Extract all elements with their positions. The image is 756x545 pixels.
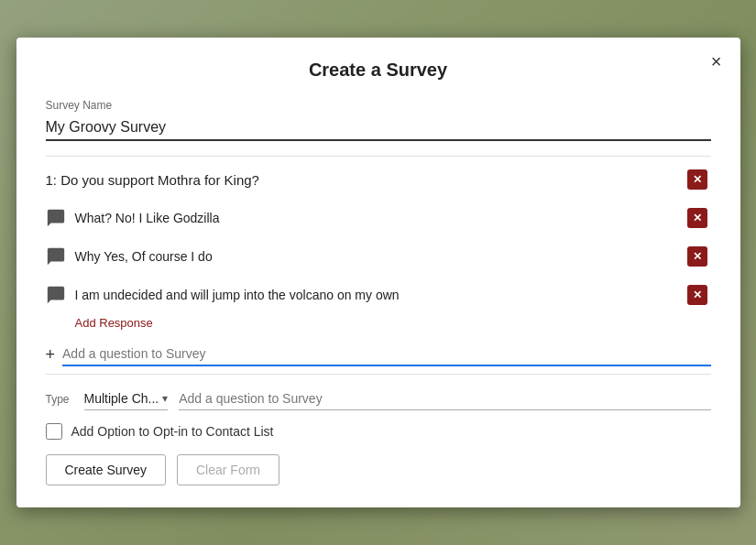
add-question-type-input[interactable] bbox=[179, 387, 710, 410]
clear-form-button[interactable]: Clear Form bbox=[177, 454, 279, 485]
type-label: Type bbox=[46, 393, 70, 406]
question-text-1: 1: Do you support Mothra for King? bbox=[46, 172, 259, 188]
opt-in-label: Add Option to Opt-in to Contact List bbox=[71, 424, 274, 439]
type-select-value: Multiple Ch... bbox=[84, 391, 159, 406]
delete-response-3-button[interactable]: ✕ bbox=[684, 281, 711, 309]
new-question-input[interactable] bbox=[62, 343, 710, 366]
add-response-button[interactable]: Add Response bbox=[75, 316, 153, 330]
survey-name-field: Survey Name bbox=[46, 99, 711, 141]
create-survey-modal: × Create a Survey Survey Name 1: Do you … bbox=[16, 38, 740, 507]
comment-icon-2 bbox=[46, 246, 66, 267]
delete-response-3-icon: ✕ bbox=[687, 285, 707, 305]
delete-response-1-button[interactable]: ✕ bbox=[684, 204, 711, 232]
type-select-wrapper[interactable]: Multiple Ch... ▾ bbox=[84, 387, 169, 410]
type-divider bbox=[46, 374, 711, 375]
name-divider bbox=[46, 156, 711, 157]
modal-title: Create a Survey bbox=[46, 60, 711, 81]
opt-in-row: Add Option to Opt-in to Contact List bbox=[46, 423, 711, 440]
response-row-2: Why Yes, Of course I do ✕ bbox=[46, 237, 711, 276]
comment-icon-1 bbox=[46, 208, 66, 228]
delete-question-1-button[interactable]: ✕ bbox=[684, 166, 711, 193]
type-row: Type Multiple Ch... ▾ bbox=[46, 384, 711, 410]
question-row-1: 1: Do you support Mothra for King? ✕ bbox=[46, 160, 711, 199]
response-text-3: I am undecided and will jump into the vo… bbox=[75, 288, 674, 302]
response-row-1: What? No! I Like Godzilla ✕ bbox=[46, 199, 711, 237]
opt-in-checkbox[interactable] bbox=[46, 423, 62, 440]
response-text-1: What? No! I Like Godzilla bbox=[75, 211, 674, 225]
survey-name-label: Survey Name bbox=[46, 99, 711, 112]
question-block-1: 1: Do you support Mothra for King? ✕ Wha… bbox=[46, 160, 711, 335]
comment-icon-3 bbox=[46, 285, 66, 305]
survey-name-input[interactable] bbox=[46, 115, 711, 141]
add-question-row: + bbox=[46, 343, 711, 366]
response-row-3: I am undecided and will jump into the vo… bbox=[46, 276, 711, 314]
delete-response-2-icon: ✕ bbox=[687, 246, 707, 267]
response-text-2: Why Yes, Of course I do bbox=[75, 249, 674, 264]
delete-response-1-icon: ✕ bbox=[687, 208, 707, 228]
close-button[interactable]: × bbox=[707, 49, 726, 74]
add-question-plus-icon[interactable]: + bbox=[46, 345, 56, 365]
create-survey-button[interactable]: Create Survey bbox=[46, 454, 166, 485]
delete-response-2-button[interactable]: ✕ bbox=[684, 243, 711, 270]
delete-question-1-icon: ✕ bbox=[687, 169, 707, 190]
actions-row: Create Survey Clear Form bbox=[46, 454, 711, 485]
type-chevron-icon: ▾ bbox=[162, 392, 168, 405]
